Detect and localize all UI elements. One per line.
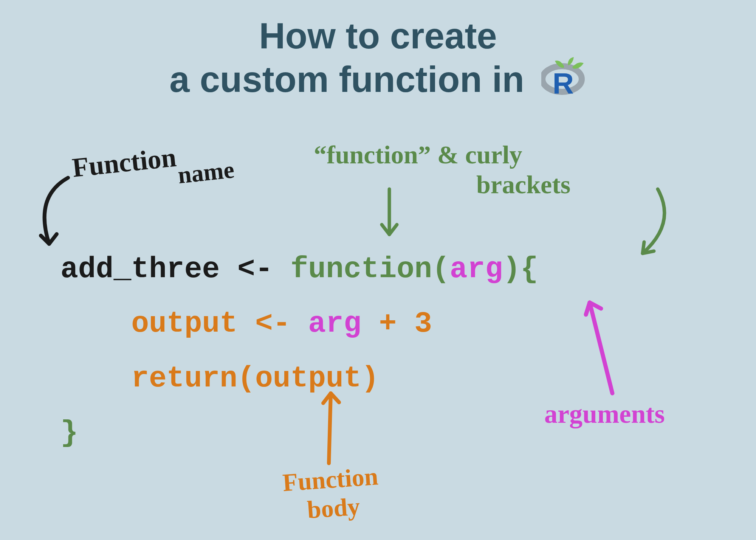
r-logo-icon: R <box>541 57 587 107</box>
title-line-2: a custom function in <box>169 58 524 101</box>
code-block: add_three <- function(arg){ output <- ar… <box>60 242 538 460</box>
code-indent-3 <box>60 362 131 395</box>
annotation-function-keyword-line2: brackets <box>476 170 570 200</box>
code-assign-op: <- <box>237 253 290 286</box>
annotation-function-body-word2: body <box>306 492 361 524</box>
svg-line-2 <box>590 303 612 393</box>
arrow-function-body <box>310 386 355 473</box>
title-line-1: How to create <box>259 14 497 57</box>
r-letter: R <box>553 67 574 99</box>
code-body-line1a: output <- <box>131 307 308 340</box>
code-arg-use: arg <box>308 307 361 340</box>
arrow-arguments <box>571 291 631 405</box>
page-title: How to create a custom function in R <box>0 14 756 108</box>
annotation-function-keyword-line1: “function” & curly <box>314 140 522 169</box>
code-open-brace: ){ <box>503 253 538 286</box>
diagram-root: { "title": { "line1": "How to create", "… <box>0 0 756 540</box>
arrow-function-name <box>23 174 106 265</box>
svg-line-3 <box>329 393 331 463</box>
code-arg-decl: arg <box>450 253 503 286</box>
annotation-function-keyword: “function” & curly brackets <box>314 140 570 200</box>
annotation-function-name-word2: name <box>177 156 235 189</box>
code-keyword-function: function( <box>291 253 450 286</box>
arrow-curly-brackets <box>597 185 680 268</box>
code-body-line1b: + 3 <box>361 307 432 340</box>
code-indent-2 <box>60 307 131 340</box>
code-close-brace: } <box>60 416 78 450</box>
arrow-function-keyword <box>374 185 404 250</box>
